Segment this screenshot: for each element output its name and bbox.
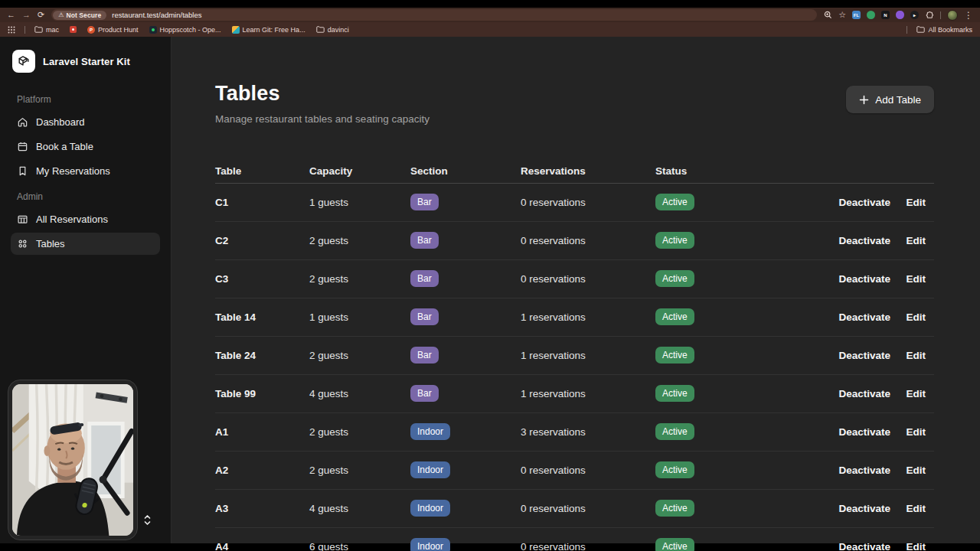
sidebar-item-my-reservations[interactable]: My Reservations [11,160,160,182]
page-title: Tables [215,83,430,106]
all-bookmarks-button[interactable]: All Bookmarks [916,26,972,34]
edit-button[interactable]: Edit [906,273,926,285]
chevron-up-down-icon[interactable] [142,513,152,527]
cell-table-name: C3 [215,273,309,285]
cell-section: Indoor [410,538,521,551]
browser-menu-icon[interactable]: ⋮ [964,11,973,20]
laravel-logo-icon [12,50,35,73]
sidebar-item-dashboard[interactable]: Dashboard [11,111,160,133]
deactivate-button[interactable]: Deactivate [838,235,890,246]
page-header: Tables Manage restaurant tables and seat… [215,83,934,125]
cell-capacity: 2 guests [309,235,410,246]
bookmarks-list: mac P Product Hunt Hoppscotch - Ope... L… [34,26,349,34]
cell-section: Bar [410,232,521,249]
edit-button[interactable]: Edit [906,311,926,323]
edit-button[interactable]: Edit [906,197,926,208]
table-row: A2 2 guests Indoor 0 reservations Active… [215,452,934,490]
deactivate-button[interactable]: Deactivate [838,197,890,208]
status-badge: Active [655,423,694,440]
bookmark-favicon [316,26,325,33]
bookmark-item[interactable]: mac [34,26,59,34]
cell-status: Active [655,270,814,287]
bookmark-star-icon[interactable]: ☆ [838,11,846,19]
cell-reservations: 3 reservations [521,426,655,438]
edit-button[interactable]: Edit [906,465,926,476]
extension-play-icon[interactable]: ▸ [910,11,919,19]
security-chip[interactable]: ⚠ Not Secure [53,11,106,20]
browser-toolbar: ← → ⟳ ⚠ Not Secure restaurant.test/admin… [0,8,980,22]
cell-section: Indoor [410,461,521,478]
sidebar-item-label: Tables [36,238,65,249]
extension-n-icon[interactable]: N [881,11,890,19]
bookmarks-divider [24,26,25,34]
edit-button[interactable]: Edit [906,388,926,399]
status-badge: Active [655,385,694,402]
extension-purple-icon[interactable] [896,11,904,19]
tables-table: Table Capacity Section Reservations Stat… [215,160,934,551]
deactivate-button[interactable]: Deactivate [838,426,890,438]
deactivate-button[interactable]: Deactivate [838,273,890,285]
cell-table-name: Table 24 [215,350,309,361]
sidebar-item-label: All Reservations [36,214,108,225]
deactivate-button[interactable]: Deactivate [838,465,890,476]
edit-button[interactable]: Edit [906,426,926,438]
bookmark-item[interactable]: davinci [316,26,349,34]
extensions-puzzle-icon[interactable] [925,11,934,20]
cell-status: Active [655,385,814,402]
extension-fl-icon[interactable]: FL [852,11,861,19]
forward-icon[interactable]: → [22,11,31,19]
deactivate-button[interactable]: Deactivate [838,503,890,514]
bookmark-label: Learn Git: Free Ha... [243,26,305,34]
section-badge: Indoor [410,423,450,440]
sidebar-item-all-reservations[interactable]: All Reservations [11,208,160,230]
sidebar: Laravel Starter Kit Platform Dashboard B… [0,37,172,543]
cell-capacity: 1 guests [309,197,410,208]
letterbox-top [0,0,980,8]
apps-grid-icon[interactable] [8,26,15,34]
status-badge: Active [655,500,694,517]
bookmark-item[interactable]: Hoppscotch - Ope... [149,26,221,34]
edit-button[interactable]: Edit [906,235,926,246]
app-window: Laravel Starter Kit Platform Dashboard B… [0,37,980,543]
edit-button[interactable]: Edit [906,350,926,361]
cell-table-name: C1 [215,197,309,208]
deactivate-button[interactable]: Deactivate [838,311,890,323]
zoom-icon[interactable] [824,11,832,19]
cell-capacity: 4 guests [309,388,410,399]
profile-avatar[interactable] [947,10,958,21]
bookmarks-right-divider [906,26,907,34]
sidebar-item-icon [17,165,28,177]
bookmark-item[interactable]: P Product Hunt [87,26,139,34]
cell-reservations: 1 reservations [521,350,655,361]
sidebar-item-tables[interactable]: Tables [11,233,160,255]
bookmark-label: davinci [328,26,349,34]
bookmark-label: Product Hunt [98,26,139,34]
add-table-button[interactable]: Add Table [846,86,934,113]
back-icon[interactable]: ← [7,11,15,19]
cell-section: Bar [410,194,521,210]
cell-capacity: 2 guests [309,273,410,285]
address-bar[interactable]: ⚠ Not Secure restaurant.test/admin/table… [51,9,817,21]
bookmark-favicon [70,26,77,33]
reload-icon[interactable]: ⟳ [38,11,44,19]
bookmark-item[interactable]: Learn Git: Free Ha... [232,26,305,34]
cell-capacity: 4 guests [309,503,410,514]
cell-table-name: A2 [215,465,309,476]
deactivate-button[interactable]: Deactivate [838,388,890,399]
table-row: Table 99 4 guests Bar 1 reservations Act… [215,375,934,413]
brand[interactable]: Laravel Starter Kit [0,37,171,79]
sidebar-item-label: My Reservations [36,165,110,177]
edit-button[interactable]: Edit [906,503,926,514]
edit-button[interactable]: Edit [906,541,926,551]
cell-section: Bar [410,308,521,325]
deactivate-button[interactable]: Deactivate [838,541,890,551]
sidebar-item-book-a-table[interactable]: Book a Table [11,135,160,158]
table-row: C1 1 guests Bar 0 reservations Active De… [215,184,934,222]
column-header-capacity: Capacity [309,165,410,177]
deactivate-button[interactable]: Deactivate [838,350,890,361]
extension-shield-icon[interactable] [867,11,875,19]
bookmark-item[interactable] [70,26,77,33]
webcam-overlay[interactable] [8,380,138,540]
cell-table-name: A4 [215,541,309,551]
cell-status: Active [655,461,814,478]
